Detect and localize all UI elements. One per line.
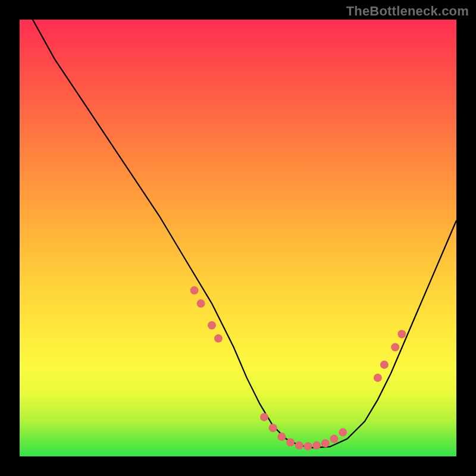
bottleneck-curve — [33, 20, 456, 447]
data-point — [330, 435, 339, 443]
plot-area — [20, 20, 456, 456]
data-point — [260, 413, 268, 421]
data-point — [190, 286, 199, 295]
data-point — [214, 334, 223, 343]
data-point — [208, 321, 216, 330]
data-point — [286, 439, 295, 447]
data-point — [380, 361, 389, 369]
data-point — [374, 374, 382, 382]
watermark-text: TheBottleneck.com — [346, 4, 469, 19]
chart-svg — [20, 20, 456, 456]
data-point — [339, 428, 347, 437]
data-point — [391, 343, 399, 352]
data-point — [269, 424, 277, 432]
data-point — [312, 441, 321, 450]
data-points — [190, 286, 406, 450]
chart-frame: TheBottleneck.com — [0, 0, 476, 476]
data-point — [303, 442, 312, 450]
data-point — [295, 441, 303, 450]
data-point — [397, 330, 406, 339]
data-point — [277, 433, 286, 441]
data-point — [197, 299, 205, 308]
data-point — [321, 439, 330, 447]
